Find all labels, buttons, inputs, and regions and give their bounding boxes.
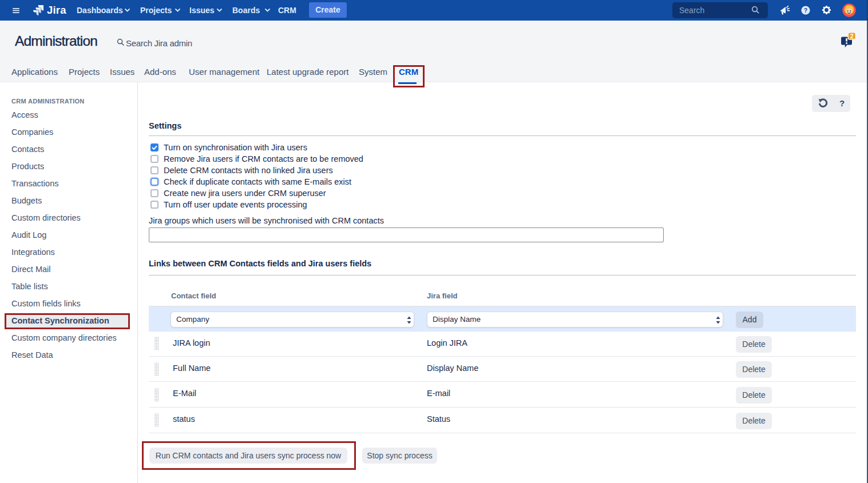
svg-text:2: 2	[850, 33, 854, 39]
svg-text:?: ?	[804, 7, 807, 14]
